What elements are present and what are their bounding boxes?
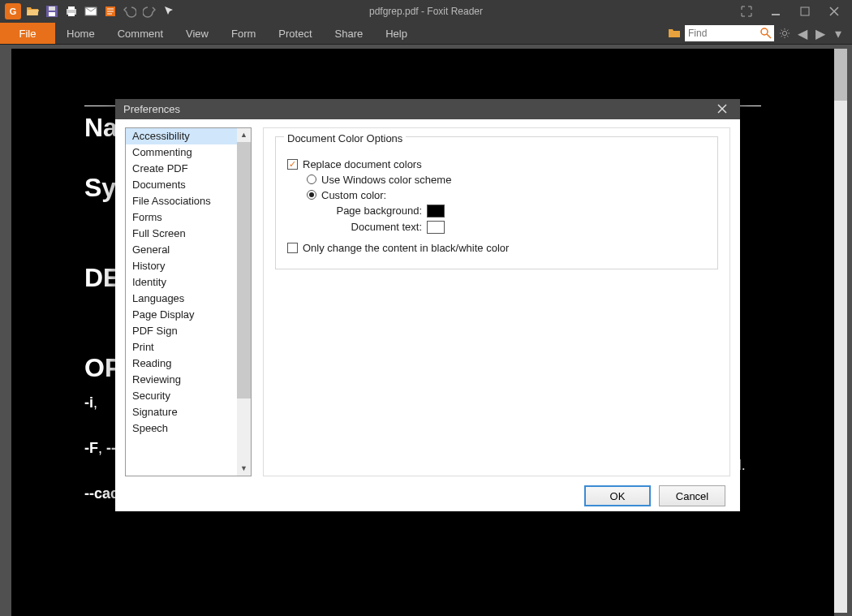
window-controls: [735, 3, 852, 19]
dialog-title: Preferences: [123, 103, 180, 115]
category-item[interactable]: Signature: [126, 404, 237, 420]
category-item[interactable]: Create PDF: [126, 161, 237, 177]
category-item[interactable]: Print: [126, 339, 237, 355]
category-item[interactable]: Full Screen: [126, 226, 237, 242]
ok-button[interactable]: OK: [584, 485, 651, 506]
category-item[interactable]: Reviewing: [126, 372, 237, 388]
save-icon[interactable]: [44, 3, 60, 19]
svg-rect-2: [49, 12, 55, 16]
prev-icon[interactable]: ◀: [795, 26, 810, 41]
email-icon[interactable]: [83, 3, 99, 19]
menu-form[interactable]: Form: [220, 23, 267, 44]
svg-rect-5: [68, 13, 75, 16]
chevron-down-icon[interactable]: ▾: [831, 26, 846, 41]
custom-color-label: Custom color:: [321, 189, 386, 201]
fullscreen-icon[interactable]: [735, 3, 758, 19]
cancel-button[interactable]: Cancel: [659, 485, 725, 506]
scrollbar-thumb[interactable]: [237, 142, 251, 398]
category-item[interactable]: History: [126, 258, 237, 274]
page-background-color-swatch[interactable]: [427, 205, 445, 218]
dialog-titlebar[interactable]: Preferences: [115, 99, 740, 119]
maximize-icon[interactable]: [794, 3, 816, 19]
use-windows-scheme-radio[interactable]: [307, 174, 316, 184]
scrollbar-thumb[interactable]: [834, 49, 847, 101]
print-icon[interactable]: [63, 3, 80, 19]
category-item[interactable]: Documents: [126, 177, 237, 193]
window-title: pdfgrep.pdf - Foxit Reader: [369, 6, 483, 17]
svg-point-15: [782, 31, 786, 35]
scroll-up-icon[interactable]: ▲: [237, 128, 251, 142]
next-icon[interactable]: ▶: [813, 26, 828, 41]
only-bw-label: Only change the content in black/white c…: [303, 242, 509, 254]
svg-rect-4: [68, 6, 75, 10]
menu-home[interactable]: Home: [55, 23, 106, 44]
notes-icon[interactable]: [102, 3, 118, 19]
group-legend: Document Color Options: [284, 132, 406, 144]
title-bar: G pdfgrep.pdf - Foxit Reader: [0, 0, 852, 23]
preferences-pane: Document Color Options Replace document …: [263, 127, 730, 476]
find-field-wrap: [685, 25, 774, 41]
menu-comment[interactable]: Comment: [106, 23, 174, 44]
close-icon[interactable]: [823, 3, 846, 19]
menu-share[interactable]: Share: [324, 23, 375, 44]
svg-rect-12: [801, 7, 809, 15]
category-item[interactable]: Identity: [126, 274, 237, 291]
category-item[interactable]: Forms: [126, 209, 237, 226]
undo-icon[interactable]: [122, 3, 138, 19]
replace-document-colors-label: Replace document colors: [303, 158, 422, 170]
preferences-category-list: AccessibilityCommentingCreate PDFDocumen…: [125, 127, 252, 476]
page-background-label: Page background:: [325, 205, 422, 217]
category-item[interactable]: Security: [126, 388, 237, 404]
use-windows-scheme-label: Use Windows color scheme: [321, 174, 451, 186]
menu-view[interactable]: View: [174, 23, 220, 44]
folder-open-icon[interactable]: [667, 26, 682, 41]
document-text-color-swatch[interactable]: [427, 221, 445, 234]
search-icon[interactable]: [759, 27, 772, 40]
dialog-close-icon[interactable]: [712, 99, 732, 118]
category-item[interactable]: General: [126, 242, 237, 258]
minimize-icon[interactable]: [764, 3, 787, 19]
category-item[interactable]: Languages: [126, 291, 237, 307]
svg-line-14: [767, 34, 771, 38]
redo-icon[interactable]: [141, 3, 157, 19]
open-icon[interactable]: [24, 3, 41, 19]
menu-help[interactable]: Help: [374, 23, 419, 44]
document-text-label: Document text:: [325, 221, 422, 233]
only-bw-checkbox[interactable]: [287, 243, 298, 253]
app-logo[interactable]: G: [5, 3, 21, 19]
dialog-footer: OK Cancel: [115, 481, 740, 511]
category-item[interactable]: Page Display: [126, 307, 237, 323]
category-item[interactable]: PDF Sign: [126, 323, 237, 339]
document-color-options-group: Document Color Options Replace document …: [275, 136, 718, 269]
category-item[interactable]: Accessibility: [126, 128, 237, 144]
category-item[interactable]: File Associations: [126, 193, 237, 209]
cursor-dropdown-icon[interactable]: [161, 3, 177, 19]
vertical-scrollbar[interactable]: [834, 49, 847, 613]
category-item[interactable]: Commenting: [126, 144, 237, 161]
svg-point-13: [761, 28, 768, 35]
quick-access-toolbar: G: [0, 3, 182, 19]
scroll-down-icon[interactable]: ▼: [237, 462, 251, 476]
menu-protect[interactable]: Protect: [267, 23, 323, 44]
file-menu[interactable]: File: [0, 23, 55, 44]
custom-color-radio[interactable]: [307, 190, 316, 200]
category-item[interactable]: Reading: [126, 355, 237, 372]
svg-rect-1: [49, 6, 55, 11]
gear-icon[interactable]: [777, 26, 792, 41]
menu-bar: File Home Comment View Form Protect Shar…: [0, 23, 852, 44]
category-item[interactable]: Speech: [126, 420, 237, 437]
preferences-dialog: Preferences AccessibilityCommentingCreat…: [115, 99, 740, 511]
category-scrollbar[interactable]: ▲ ▼: [237, 128, 251, 476]
replace-document-colors-checkbox[interactable]: [287, 159, 298, 170]
